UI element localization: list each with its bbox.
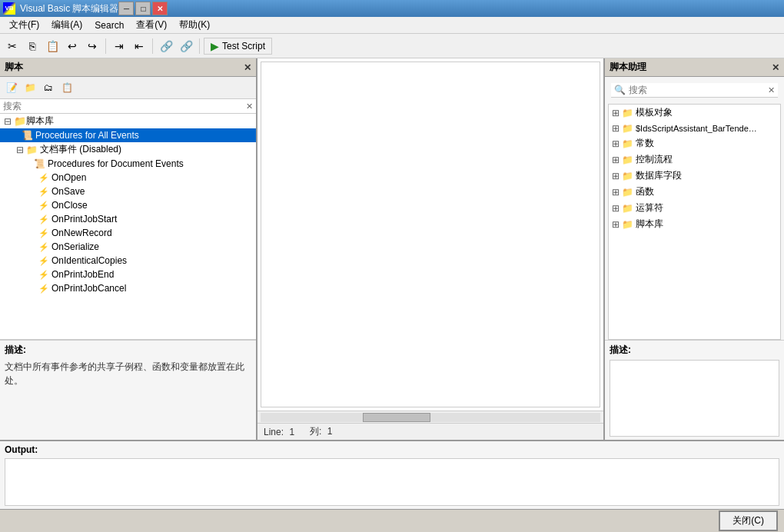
menu-help[interactable]: 帮助(K) <box>173 17 216 33</box>
title-bar: VB Visual Basic 脚本编辑器 ─ □ ✕ <box>0 0 784 17</box>
right-tree-functions[interactable]: 📁 函数 <box>609 184 780 200</box>
event-icon-pje: ⚡ <box>38 270 49 280</box>
folder-icon-template: 📁 <box>622 108 633 118</box>
menu-search[interactable]: Search <box>88 18 130 32</box>
event-icon-onclose: ⚡ <box>38 201 49 211</box>
tree-item-doc-events[interactable]: 📁 文档事件 (Disabled) <box>0 142 256 157</box>
copy-script-button[interactable]: 📋 <box>58 79 75 96</box>
right-tree-script-lib[interactable]: 📁 脚本库 <box>609 216 780 232</box>
folder-icon-script-lib-r: 📁 <box>622 219 633 230</box>
right-search-input[interactable] <box>629 85 768 95</box>
right-tree-constants[interactable]: 📁 常数 <box>609 135 780 151</box>
right-tree-operators[interactable]: 📁 运算符 <box>609 200 780 216</box>
status-bar: Line: 1 列: 1 <box>257 423 603 440</box>
left-panel-toolbar: 📝 📁 🗂 📋 <box>0 77 256 99</box>
copy-button[interactable]: ⎘ <box>23 37 42 55</box>
close-window-button[interactable]: 关闭(C) <box>719 510 778 531</box>
status-line-label: Line: 1 <box>264 427 294 437</box>
link1-button[interactable]: 🔗 <box>157 37 175 55</box>
tree-item-onclose[interactable]: ⚡ OnClose <box>0 198 256 212</box>
label-script-lib: 脚本库 <box>26 115 54 128</box>
menu-view[interactable]: 查看(V) <box>130 17 173 33</box>
right-tree[interactable]: 📁 模板对象 📁 $IdsScriptAssistant_BarTenderOb… <box>608 104 781 340</box>
tree-item-proc-doc[interactable]: 📜 Procedures for Document Events <box>0 157 256 171</box>
label-onclose: OnClose <box>51 200 88 211</box>
expand-functions[interactable] <box>612 187 620 198</box>
test-script-button[interactable]: ▶ Test Script <box>204 38 272 55</box>
right-search-wrapper: 🔍 ✕ <box>608 80 781 101</box>
right-tree-ids-script[interactable]: 📁 $IdsScriptAssistant_BarTenderObje <box>609 121 780 135</box>
label-onsave: OnSave <box>51 186 85 197</box>
tree-item-onprintjobcancel[interactable]: ⚡ OnPrintJobCancel <box>0 281 256 295</box>
menu-file[interactable]: 文件(F) <box>3 17 45 33</box>
left-tree[interactable]: 脚本库 📜 Procedures for All Events 📁 文档事件 (… <box>0 114 256 340</box>
tree-item-onprintjobstart[interactable]: ⚡ OnPrintJobStart <box>0 212 256 226</box>
maximize-button[interactable]: □ <box>135 2 151 15</box>
left-panel-title: 脚本 <box>5 61 23 74</box>
right-panel-close[interactable]: ✕ <box>772 62 779 73</box>
menu-edit[interactable]: 编辑(A) <box>45 17 88 33</box>
paste-button[interactable]: 📋 <box>43 37 61 55</box>
link2-button[interactable]: 🔗 <box>177 37 195 55</box>
tree-item-onprintjobend[interactable]: ⚡ OnPrintJobEnd <box>0 268 256 281</box>
minimize-button[interactable]: ─ <box>118 2 134 15</box>
tree-item-onserialize[interactable]: ⚡ OnSerialize <box>0 240 256 254</box>
left-search-input[interactable] <box>3 101 246 111</box>
expand-control-flow[interactable] <box>612 155 620 165</box>
open-folder-button[interactable]: 📁 <box>22 79 38 96</box>
label-proc-doc: Procedures for Document Events <box>48 158 184 169</box>
test-script-label: Test Script <box>222 41 265 52</box>
label-onserialize: OnSerialize <box>51 241 99 252</box>
label-ids-script: $IdsScriptAssistant_BarTenderObje <box>636 124 759 133</box>
outdent-button[interactable]: ⇤ <box>130 37 148 55</box>
tree-item-script-lib[interactable]: 脚本库 <box>0 114 256 128</box>
label-operators: 运算符 <box>636 201 663 214</box>
expand-template[interactable] <box>612 108 620 118</box>
right-desc-title: 描述: <box>610 344 779 357</box>
left-panel: 脚本 ✕ 📝 📁 🗂 📋 ✕ 脚本库 📜 Proc <box>0 58 257 440</box>
tree-item-procedures-all[interactable]: 📜 Procedures for All Events <box>0 128 256 142</box>
event-icon-onic: ⚡ <box>38 256 49 266</box>
right-tree-db-fields[interactable]: 📁 数据库字段 <box>609 168 780 184</box>
h-scroll-thumb[interactable] <box>363 413 430 422</box>
script-group-button[interactable]: 🗂 <box>40 79 57 96</box>
expand-constants[interactable] <box>612 138 620 149</box>
tree-item-onidenticalcopies[interactable]: ⚡ OnIdenticalCopies <box>0 254 256 268</box>
editor-area[interactable] <box>261 62 600 407</box>
tree-item-onnewrecord[interactable]: ⚡ OnNewRecord <box>0 226 256 240</box>
folder-icon-control: 📁 <box>622 155 633 165</box>
right-search-clear[interactable]: ✕ <box>768 85 775 95</box>
indent-button[interactable]: ⇥ <box>110 37 128 55</box>
expand-script-lib[interactable] <box>2 116 14 127</box>
output-content[interactable] <box>5 458 779 506</box>
main-container: 脚本 ✕ 📝 📁 🗂 📋 ✕ 脚本库 📜 Proc <box>0 58 784 440</box>
tree-item-onopen[interactable]: ⚡ OnOpen <box>0 171 256 185</box>
left-panel-close[interactable]: ✕ <box>244 62 251 73</box>
label-onopen: OnOpen <box>51 172 86 183</box>
undo-button[interactable]: ↩ <box>63 37 81 55</box>
redo-button[interactable]: ↪ <box>83 37 101 55</box>
label-onprintjobcancel: OnPrintJobCancel <box>51 283 126 294</box>
tree-item-onsave[interactable]: ⚡ OnSave <box>0 185 256 198</box>
window-close-button[interactable]: ✕ <box>152 2 168 15</box>
toolbar-separator-3 <box>199 38 200 54</box>
expand-ids[interactable] <box>612 123 620 134</box>
cut-button[interactable]: ✂ <box>3 37 22 55</box>
new-script-button[interactable]: 📝 <box>3 79 20 96</box>
expand-db-fields[interactable] <box>612 171 620 181</box>
expand-doc-events[interactable] <box>14 145 26 155</box>
h-scroll-track[interactable] <box>261 413 600 422</box>
horizontal-scrollbar[interactable] <box>257 411 603 423</box>
right-tree-template-obj[interactable]: 📁 模板对象 <box>609 105 780 121</box>
left-search-clear[interactable]: ✕ <box>246 101 253 111</box>
label-onprintjobstart: OnPrintJobStart <box>51 214 117 224</box>
right-search-box: 🔍 ✕ <box>611 83 778 98</box>
toolbar-separator-2 <box>152 38 153 54</box>
right-tree-control-flow[interactable]: 📁 控制流程 <box>609 151 780 168</box>
script-icon-1: 📜 <box>22 130 33 141</box>
expand-operators[interactable] <box>612 203 620 214</box>
event-icon-onserialize: ⚡ <box>38 242 49 252</box>
folder-icon-ids: 📁 <box>622 123 633 134</box>
left-description-panel: 描述: 文档中所有事件参考的共享子例程、函数和变量都放置在此处。 <box>0 340 256 440</box>
expand-script-lib-r[interactable] <box>612 219 620 230</box>
